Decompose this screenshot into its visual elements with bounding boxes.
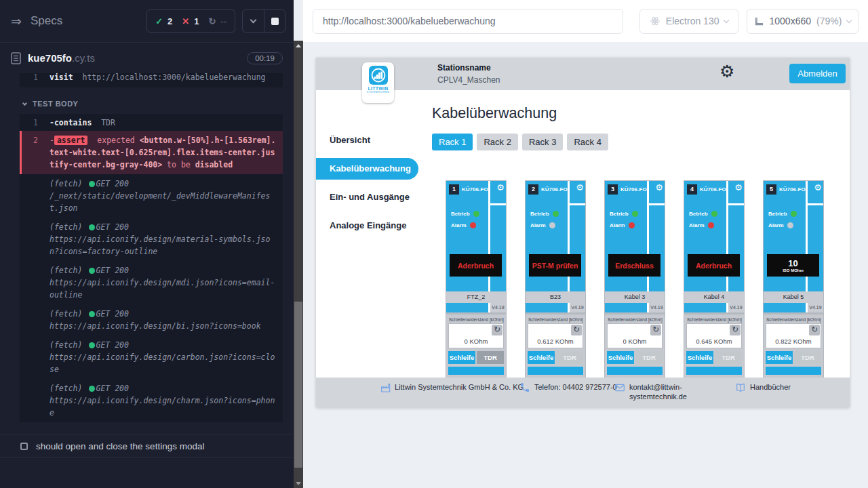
app-body: ÜbersichtKabelüberwachungEin- und Ausgän… xyxy=(316,90,850,378)
card-gear-icon[interactable]: ⚙ xyxy=(576,183,584,192)
card-gear-icon[interactable]: ⚙ xyxy=(734,183,743,192)
tdr-button[interactable]: TDR xyxy=(635,351,663,364)
refresh-icon[interactable]: ↻ xyxy=(571,325,582,336)
schleife-button[interactable]: Schleife xyxy=(607,351,634,364)
command-row-contains[interactable]: 1 -contains TDR xyxy=(20,114,283,131)
fetch-request: GET 200 xyxy=(96,340,128,350)
scrollbar-thumb[interactable] xyxy=(294,302,302,468)
status-display: Aderbruch xyxy=(688,254,740,277)
card-measurement-panel: Schleifenwiderstand [kOhm]↻0 KOhmSchleif… xyxy=(605,314,665,378)
specs-toggle-icon[interactable]: ⇒ xyxy=(11,14,22,29)
url-input[interactable]: http://localhost:3000/kabelueberwachung xyxy=(313,9,623,34)
viewport-size-select[interactable]: 1000x660 (79%) xyxy=(747,9,859,34)
tab-rack-4[interactable]: Rack 4 xyxy=(567,134,608,150)
card-measurement-panel: Schleifenwiderstand [kOhm]↻0.822 KOhmSch… xyxy=(764,314,823,378)
fetch-label: (fetch) xyxy=(50,222,82,232)
refresh-icon[interactable]: ↻ xyxy=(809,325,820,336)
assert-state: disabled xyxy=(195,160,233,169)
refresh-icon[interactable]: ↻ xyxy=(650,325,661,336)
sidebar-item-analoge-eing-nge[interactable]: Analoge Eingänge xyxy=(316,215,418,237)
panel-divider xyxy=(649,203,665,205)
scrollbar-up-arrow[interactable] xyxy=(294,41,303,50)
fetch-log-row[interactable]: (fetch)GET 200https://api.iconify.design… xyxy=(20,261,283,304)
littwin-logo: LITTWIN SYSTEMTECHNIK xyxy=(362,62,394,103)
sidebar-item-ein-und-ausg-nge[interactable]: Ein- und Ausgänge xyxy=(316,186,418,208)
alarm-message: Erdschluss xyxy=(615,262,654,270)
footer-item-factory[interactable]: Littwin Systemtechnik GmbH & Co. KG xyxy=(380,382,529,393)
tdr-button[interactable]: TDR xyxy=(715,351,742,364)
rack-tabs: Rack 1Rack 2Rack 3Rack 4 xyxy=(432,134,850,150)
schleife-button[interactable]: Schleife xyxy=(686,351,713,364)
footer-item-book[interactable]: Handbücher xyxy=(735,382,845,393)
browser-select[interactable]: Electron 130 xyxy=(639,9,738,34)
card-measurement-panel: Schleifenwiderstand [kOhm]↻0 KOhmSchleif… xyxy=(446,314,506,378)
fetch-log-row[interactable]: (fetch)GET 200https://api.iconify.design… xyxy=(20,336,283,379)
firmware-version-label: V4.19 xyxy=(649,303,665,312)
betrieb-led xyxy=(791,211,797,217)
tab-rack-2[interactable]: Rack 2 xyxy=(477,134,517,150)
resistance-value-box: ↻0.822 KOhm xyxy=(766,323,821,348)
stat-pending: ↻ -- xyxy=(208,16,226,26)
schleife-button[interactable]: Schleife xyxy=(766,351,793,364)
alarm-message: Aderbruch xyxy=(696,262,732,270)
rack-card-4: 4KÜ706-FO⚙BetriebAlarmAderbruchKabel 4V4… xyxy=(684,180,745,378)
tdr-button[interactable]: TDR xyxy=(556,351,583,364)
scrollbar-down-arrow[interactable] xyxy=(294,479,303,488)
collapse-button[interactable] xyxy=(243,10,264,32)
test-body-section-header[interactable]: TEST BODY xyxy=(23,98,283,110)
app-main: Kabelüberwachung Rack 1Rack 2Rack 3Rack … xyxy=(418,90,850,378)
cross-icon: ✕ xyxy=(182,16,189,26)
station-label: Stationsname xyxy=(437,63,500,73)
card-footer-strip xyxy=(766,367,821,375)
alarm-led xyxy=(708,222,714,228)
card-number-badge: 3 xyxy=(608,184,618,195)
alarm-message: Aderbruch xyxy=(458,262,494,270)
card-device-panel: 2KÜ706-FO⚙BetriebAlarmPST-M prüfenB23V4.… xyxy=(526,181,585,312)
email-icon xyxy=(614,382,625,393)
refresh-icon[interactable]: ↻ xyxy=(492,325,502,336)
schleife-button[interactable]: Schleife xyxy=(528,351,555,364)
command-row-visit[interactable]: 1 visit http://localhost:3000/kabelueber… xyxy=(20,73,283,85)
rack-card-1: 1KÜ706-FO⚙BetriebAlarmAderbruchFTZ_2V4.1… xyxy=(446,180,507,378)
footer-item-text: kontakt@littwin-systemtechnik.de xyxy=(629,382,711,401)
cable-name-label: FTZ_2 xyxy=(446,291,506,303)
command-row-assert-failed[interactable]: 2 -assert expected <button.w-[50%].h-[1.… xyxy=(20,131,283,174)
refresh-icon[interactable]: ↻ xyxy=(730,325,741,336)
fetch-label: (fetch) xyxy=(50,179,82,188)
fetch-log-row[interactable]: (fetch)GET 200https://api.iconify.design… xyxy=(20,379,283,422)
cable-name-label: B23 xyxy=(526,291,585,303)
sidebar-item-kabel-berwachung[interactable]: Kabelüberwachung xyxy=(316,158,418,180)
fetch-request: GET 200 xyxy=(96,179,128,188)
chevron-down-icon xyxy=(22,100,27,105)
spec-file-row[interactable]: kue705fo.cy.ts 00:19 xyxy=(0,43,294,73)
card-gear-icon[interactable]: ⚙ xyxy=(655,183,663,192)
fetch-url: https://api.iconify.design/bi.json?icons… xyxy=(50,320,277,332)
tab-rack-3[interactable]: Rack 3 xyxy=(522,134,563,150)
fetch-log-row[interactable]: (fetch)GET 200https://api.iconify.design… xyxy=(20,304,283,336)
resistance-value: 0.822 KOhm xyxy=(766,338,821,345)
card-measurement-panel: Schleifenwiderstand [kOhm]↻0.645 KOhmSch… xyxy=(684,314,744,378)
fetch-request: GET 200 xyxy=(96,309,128,319)
schleife-button[interactable]: Schleife xyxy=(448,351,475,364)
status-display: PST-M prüfen xyxy=(529,254,581,277)
betrieb-led xyxy=(632,211,638,217)
chevron-down-icon xyxy=(846,17,852,22)
fetch-log-row[interactable]: (fetch)GET 200https://api.iconify.design… xyxy=(20,218,283,261)
tdr-button[interactable]: TDR xyxy=(794,351,821,364)
settings-gear-icon[interactable]: ⚙ xyxy=(719,63,734,80)
pending-test-row[interactable]: should open and close the settings modal xyxy=(0,434,294,458)
tdr-button[interactable]: TDR xyxy=(477,351,504,364)
footer-item-email[interactable]: kontakt@littwin-systemtechnik.de xyxy=(614,382,711,401)
spec-file-icon xyxy=(11,52,21,64)
sidebar-item--bersicht[interactable]: Übersicht xyxy=(316,129,418,151)
reporter-scrollbar[interactable] xyxy=(294,41,303,488)
card-footer-strip xyxy=(607,367,663,375)
tab-rack-1[interactable]: Rack 1 xyxy=(432,134,473,150)
success-dot-icon xyxy=(89,386,95,392)
fetch-log-row[interactable]: (fetch)GET 200/_next/static/development/… xyxy=(20,174,283,218)
card-gear-icon[interactable]: ⚙ xyxy=(496,183,505,192)
card-model-label: KÜ706-FO xyxy=(462,186,488,192)
logout-button[interactable]: Abmelden xyxy=(789,64,846,83)
card-gear-icon[interactable]: ⚙ xyxy=(814,183,822,192)
stop-button[interactable] xyxy=(264,10,285,32)
